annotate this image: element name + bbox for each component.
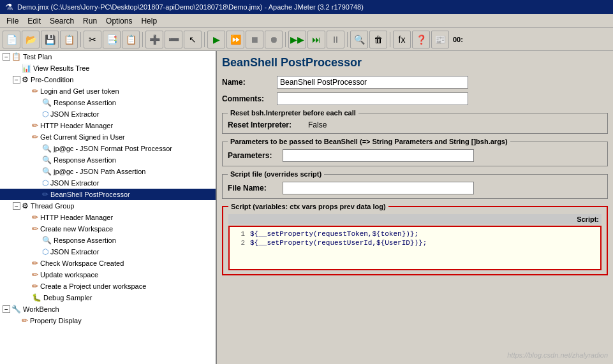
tree-icon: ✏: [42, 190, 48, 199]
tree-item-get-current-user[interactable]: ✏Get Current Signed in User: [0, 131, 216, 143]
menu-file[interactable]: File: [3, 15, 22, 27]
clear-button[interactable]: 🗑: [369, 31, 387, 48]
tree-item-create-workspace[interactable]: ✏Create new Workspace: [0, 223, 216, 235]
tree-icon: ⚙: [22, 201, 29, 210]
open-button[interactable]: 📂: [22, 31, 40, 48]
tree-icon: 🔍: [42, 144, 52, 153]
remote-start-all-button[interactable]: ⏭: [307, 31, 325, 48]
tree-label: Test Plan: [23, 53, 52, 61]
tree-icon: 🔍: [42, 156, 52, 164]
line-number: 1: [232, 230, 245, 238]
run-button[interactable]: ▶: [207, 31, 225, 48]
tree-item-test-plan[interactable]: −📋Test Plan: [0, 51, 216, 62]
help-button[interactable]: ❓: [412, 31, 430, 48]
tree-label: JSON Extractor: [50, 110, 99, 118]
tree-item-property-display[interactable]: ✏Property Display: [0, 315, 216, 326]
shutdown-button[interactable]: ⏺: [265, 31, 283, 48]
tree-item-login-get-token[interactable]: ✏Login and Get user token: [0, 85, 216, 97]
reset-legend: Reset bsh.Interpreter before each call: [228, 109, 358, 117]
expand-icon[interactable]: −: [13, 76, 20, 84]
line-code: ${__setProperty(requestUserId,${UserID})…: [250, 239, 427, 247]
tree-item-json-extractor-3[interactable]: ⬡JSON Extractor: [0, 246, 216, 258]
tree-item-jpgc-json-format[interactable]: 🔍jp@gc - JSON Format Post Processor: [0, 143, 216, 154]
reset-label: Reset Interpreter:: [228, 120, 304, 129]
scriptfile-fieldset: Script file (overrides script) File Name…: [222, 170, 608, 199]
comments-input[interactable]: [277, 92, 468, 105]
copy-button[interactable]: 📑: [103, 31, 121, 48]
run-no-pause-button[interactable]: ⏩: [226, 31, 244, 48]
save-as-button[interactable]: 📋: [60, 31, 78, 48]
comments-label: Comments:: [222, 94, 273, 103]
params-input[interactable]: [283, 149, 474, 162]
tree-item-response-assertion-2[interactable]: 🔍Response Assertion: [0, 154, 216, 166]
script-area[interactable]: 1${__setProperty(requestToken,${token})}…: [228, 226, 602, 270]
expand-icon[interactable]: −: [3, 305, 10, 313]
new-button[interactable]: 📄: [3, 31, 20, 48]
tree-icon: 📊: [22, 64, 31, 73]
panel-title: BeanShell PostProcessor: [222, 56, 608, 69]
remote-start-button[interactable]: ▶▶: [288, 31, 306, 48]
tree-item-view-results[interactable]: 📊View Results Tree: [0, 62, 216, 74]
function-helper-button[interactable]: fx: [393, 31, 411, 48]
stop-button[interactable]: ⏹: [246, 31, 263, 48]
tree-icon: ✏: [32, 224, 38, 233]
tree-item-create-project[interactable]: ✏Create a Project under workspace: [0, 280, 216, 292]
tree-item-jpgc-json-path[interactable]: 🔍jp@gc - JSON Path Assertion: [0, 166, 216, 177]
main-layout: −📋Test Plan📊View Results Tree−⚙Pre-Condi…: [0, 51, 613, 364]
expand-icon[interactable]: −: [13, 202, 20, 210]
paste-button[interactable]: 📋: [122, 31, 140, 48]
tree-label: View Results Tree: [33, 64, 89, 72]
tree-item-check-workspace[interactable]: ✏Check Workspace Created: [0, 258, 216, 269]
name-row: Name:: [222, 76, 608, 89]
title-bar: ⚗ Demo.jmx (C:\Users\Jorry-PC\Desktop\20…: [0, 0, 613, 14]
tree-item-http-header-1[interactable]: ✏HTTP Header Manager: [0, 120, 216, 131]
save-button[interactable]: 💾: [41, 31, 59, 48]
tree-item-response-assertion-3[interactable]: 🔍Response Assertion: [0, 235, 216, 246]
tree-item-pre-condition[interactable]: −⚙Pre-Condition: [0, 74, 216, 85]
tree-label: Response Assertion: [54, 156, 116, 164]
tree-label: jp@gc - JSON Format Post Processor: [54, 145, 172, 152]
filename-row: File Name:: [228, 182, 602, 194]
expand-icon[interactable]: −: [3, 53, 10, 61]
tree-item-debug-sampler[interactable]: 🐛Debug Sampler: [0, 292, 216, 303]
tree-item-json-extractor-2[interactable]: ⬡JSON Extractor: [0, 177, 216, 189]
tree-item-beanshell-post[interactable]: ✏BeanShell PostProcessor: [0, 189, 216, 200]
tree-label: Thread Group: [31, 202, 74, 210]
reset-fieldset: Reset bsh.Interpreter before each call R…: [222, 109, 608, 134]
menu-search[interactable]: Search: [46, 15, 78, 27]
tree-label: Update workspace: [40, 271, 98, 279]
templates-button[interactable]: 📰: [431, 31, 449, 48]
menu-run[interactable]: Run: [79, 15, 101, 27]
cut-button[interactable]: ✂: [84, 31, 101, 48]
search-button[interactable]: 🔍: [350, 31, 368, 48]
tree-item-json-extractor-1[interactable]: ⬡JSON Extractor: [0, 108, 216, 120]
script-legend: Script (variables: ctx vars props prev d…: [228, 203, 388, 210]
tree-item-workbench[interactable]: −🔧WorkBench: [0, 303, 216, 315]
sep4: [285, 32, 286, 47]
menu-help[interactable]: Help: [137, 15, 161, 27]
tree-item-http-header-2[interactable]: ✏HTTP Header Manager: [0, 212, 216, 223]
name-label: Name:: [222, 78, 273, 87]
name-input[interactable]: [277, 76, 468, 89]
tree-label: Check Workspace Created: [40, 259, 124, 267]
tree-item-thread-group[interactable]: −⚙Thread Group: [0, 200, 216, 212]
tree-icon: ✏: [32, 270, 38, 279]
remove-button[interactable]: ➖: [165, 31, 182, 48]
tree-label: JSON Extractor: [50, 179, 99, 187]
sep1: [80, 32, 81, 47]
menu-options[interactable]: Options: [102, 15, 136, 27]
params-legend: Parameters to be passed to BeanShell (=>…: [228, 138, 510, 145]
filename-input[interactable]: [283, 182, 474, 194]
move-up-button[interactable]: ↖: [184, 31, 202, 48]
tree-icon: 🔍: [42, 236, 52, 245]
sep5: [347, 32, 348, 47]
menu-edit[interactable]: Edit: [24, 15, 45, 27]
right-panel: BeanShell PostProcessor Name: Comments: …: [217, 51, 613, 364]
tree-label: BeanShell PostProcessor: [50, 191, 130, 198]
remote-stop-button[interactable]: ⏸: [327, 31, 344, 48]
tree-item-update-workspace[interactable]: ✏Update workspace: [0, 269, 216, 280]
tree-item-response-assertion-1[interactable]: 🔍Response Assertion: [0, 97, 216, 108]
reset-value: False: [308, 120, 327, 129]
tree-label: WorkBench: [23, 305, 59, 313]
add-button[interactable]: ➕: [145, 31, 163, 48]
